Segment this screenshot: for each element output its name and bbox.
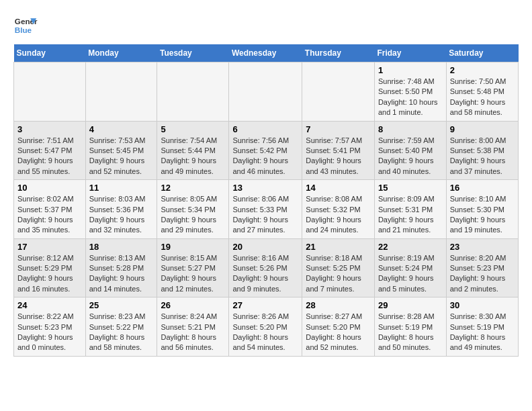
calendar-cell: 13Sunrise: 8:06 AM Sunset: 5:33 PM Dayli… xyxy=(229,180,302,239)
day-of-week-header: Tuesday xyxy=(157,44,229,62)
day-info: Sunrise: 8:03 AM Sunset: 5:36 PM Dayligh… xyxy=(89,194,154,236)
calendar-cell: 30Sunrise: 8:30 AM Sunset: 5:19 PM Dayli… xyxy=(446,298,518,357)
calendar-cell: 6Sunrise: 7:56 AM Sunset: 5:42 PM Daylig… xyxy=(229,121,302,180)
calendar-cell: 10Sunrise: 8:02 AM Sunset: 5:37 PM Dayli… xyxy=(14,180,86,239)
day-number: 24 xyxy=(17,300,82,310)
calendar-cell: 26Sunrise: 8:24 AM Sunset: 5:21 PM Dayli… xyxy=(157,298,229,357)
calendar-cell: 2Sunrise: 7:50 AM Sunset: 5:48 PM Daylig… xyxy=(446,62,518,122)
day-of-week-header: Friday xyxy=(374,44,446,62)
day-info: Sunrise: 7:53 AM Sunset: 5:45 PM Dayligh… xyxy=(89,136,154,177)
calendar-cell: 28Sunrise: 8:27 AM Sunset: 5:20 PM Dayli… xyxy=(302,298,375,357)
day-number: 20 xyxy=(232,242,298,252)
calendar-cell: 29Sunrise: 8:28 AM Sunset: 5:19 PM Dayli… xyxy=(374,298,446,357)
day-info: Sunrise: 8:05 AM Sunset: 5:34 PM Dayligh… xyxy=(161,194,225,236)
day-number: 22 xyxy=(378,242,443,252)
day-of-week-header: Monday xyxy=(85,44,157,62)
calendar-cell: 5Sunrise: 7:54 AM Sunset: 5:44 PM Daylig… xyxy=(157,121,229,180)
calendar-cell: 8Sunrise: 7:59 AM Sunset: 5:40 PM Daylig… xyxy=(374,121,446,180)
day-info: Sunrise: 8:00 AM Sunset: 5:38 PM Dayligh… xyxy=(450,136,515,177)
day-of-week-header: Wednesday xyxy=(229,44,302,62)
day-of-week-header: Saturday xyxy=(446,44,518,62)
day-info: Sunrise: 8:22 AM Sunset: 5:23 PM Dayligh… xyxy=(17,312,82,353)
day-info: Sunrise: 7:50 AM Sunset: 5:48 PM Dayligh… xyxy=(450,77,515,118)
calendar-cell: 15Sunrise: 8:09 AM Sunset: 5:31 PM Dayli… xyxy=(374,180,446,239)
day-number: 30 xyxy=(450,300,515,310)
day-number: 18 xyxy=(89,242,154,252)
page-header: General Blue xyxy=(13,13,519,38)
day-number: 2 xyxy=(450,65,515,75)
day-info: Sunrise: 7:54 AM Sunset: 5:44 PM Dayligh… xyxy=(161,136,225,177)
calendar-cell: 21Sunrise: 8:18 AM Sunset: 5:25 PM Dayli… xyxy=(302,238,375,298)
day-info: Sunrise: 7:59 AM Sunset: 5:40 PM Dayligh… xyxy=(378,136,443,177)
day-number: 16 xyxy=(450,183,515,193)
calendar-cell: 14Sunrise: 8:08 AM Sunset: 5:32 PM Dayli… xyxy=(302,180,375,239)
day-info: Sunrise: 8:16 AM Sunset: 5:26 PM Dayligh… xyxy=(232,253,298,295)
calendar-week-row: 10Sunrise: 8:02 AM Sunset: 5:37 PM Dayli… xyxy=(14,180,519,239)
day-info: Sunrise: 8:02 AM Sunset: 5:37 PM Dayligh… xyxy=(17,194,82,236)
day-info: Sunrise: 8:09 AM Sunset: 5:31 PM Dayligh… xyxy=(378,194,443,236)
day-info: Sunrise: 8:18 AM Sunset: 5:25 PM Dayligh… xyxy=(306,253,371,295)
day-number: 19 xyxy=(161,242,225,252)
day-number: 8 xyxy=(378,124,443,134)
day-info: Sunrise: 8:27 AM Sunset: 5:20 PM Dayligh… xyxy=(306,312,371,353)
day-number: 6 xyxy=(232,124,298,134)
day-number: 28 xyxy=(306,300,371,310)
day-info: Sunrise: 8:24 AM Sunset: 5:21 PM Dayligh… xyxy=(161,312,225,353)
day-number: 5 xyxy=(161,124,225,134)
calendar-week-row: 17Sunrise: 8:12 AM Sunset: 5:29 PM Dayli… xyxy=(14,238,519,298)
day-number: 21 xyxy=(306,242,371,252)
day-number: 17 xyxy=(17,242,82,252)
day-info: Sunrise: 8:30 AM Sunset: 5:19 PM Dayligh… xyxy=(450,312,515,353)
logo-icon: General Blue xyxy=(13,13,38,38)
calendar-week-row: 3Sunrise: 7:51 AM Sunset: 5:47 PM Daylig… xyxy=(14,121,519,180)
calendar-cell: 1Sunrise: 7:48 AM Sunset: 5:50 PM Daylig… xyxy=(374,62,446,122)
calendar-cell: 17Sunrise: 8:12 AM Sunset: 5:29 PM Dayli… xyxy=(14,238,86,298)
calendar-cell: 11Sunrise: 8:03 AM Sunset: 5:36 PM Dayli… xyxy=(85,180,157,239)
day-info: Sunrise: 8:08 AM Sunset: 5:32 PM Dayligh… xyxy=(306,194,371,236)
day-info: Sunrise: 8:15 AM Sunset: 5:27 PM Dayligh… xyxy=(161,253,225,295)
day-number: 29 xyxy=(378,300,443,310)
day-number: 11 xyxy=(89,183,154,193)
day-number: 25 xyxy=(89,300,154,310)
day-of-week-header: Sunday xyxy=(14,44,86,62)
day-info: Sunrise: 8:20 AM Sunset: 5:23 PM Dayligh… xyxy=(450,253,515,295)
day-number: 14 xyxy=(306,183,371,193)
day-info: Sunrise: 7:57 AM Sunset: 5:41 PM Dayligh… xyxy=(306,136,371,177)
logo: General Blue xyxy=(13,13,38,38)
day-number: 26 xyxy=(161,300,225,310)
day-of-week-header: Thursday xyxy=(302,44,375,62)
calendar-cell xyxy=(14,62,86,122)
day-info: Sunrise: 8:13 AM Sunset: 5:28 PM Dayligh… xyxy=(89,253,154,295)
day-number: 10 xyxy=(17,183,82,193)
calendar-cell: 16Sunrise: 8:10 AM Sunset: 5:30 PM Dayli… xyxy=(446,180,518,239)
calendar-cell: 23Sunrise: 8:20 AM Sunset: 5:23 PM Dayli… xyxy=(446,238,518,298)
day-number: 9 xyxy=(450,124,515,134)
calendar-cell: 4Sunrise: 7:53 AM Sunset: 5:45 PM Daylig… xyxy=(85,121,157,180)
calendar-cell xyxy=(229,62,302,122)
day-info: Sunrise: 7:48 AM Sunset: 5:50 PM Dayligh… xyxy=(378,77,443,118)
calendar-cell xyxy=(157,62,229,122)
calendar-week-row: 1Sunrise: 7:48 AM Sunset: 5:50 PM Daylig… xyxy=(14,62,519,122)
calendar-cell: 20Sunrise: 8:16 AM Sunset: 5:26 PM Dayli… xyxy=(229,238,302,298)
day-info: Sunrise: 8:10 AM Sunset: 5:30 PM Dayligh… xyxy=(450,194,515,236)
calendar-cell: 22Sunrise: 8:19 AM Sunset: 5:24 PM Dayli… xyxy=(374,238,446,298)
calendar-cell: 3Sunrise: 7:51 AM Sunset: 5:47 PM Daylig… xyxy=(14,121,86,180)
day-info: Sunrise: 7:51 AM Sunset: 5:47 PM Dayligh… xyxy=(17,136,82,177)
day-info: Sunrise: 8:19 AM Sunset: 5:24 PM Dayligh… xyxy=(378,253,443,295)
calendar-cell xyxy=(302,62,375,122)
day-info: Sunrise: 8:23 AM Sunset: 5:22 PM Dayligh… xyxy=(89,312,154,353)
day-number: 7 xyxy=(306,124,371,134)
calendar-cell: 27Sunrise: 8:26 AM Sunset: 5:20 PM Dayli… xyxy=(229,298,302,357)
calendar-header-row: SundayMondayTuesdayWednesdayThursdayFrid… xyxy=(14,44,519,62)
calendar-cell xyxy=(85,62,157,122)
day-info: Sunrise: 8:06 AM Sunset: 5:33 PM Dayligh… xyxy=(232,194,298,236)
day-info: Sunrise: 7:56 AM Sunset: 5:42 PM Dayligh… xyxy=(232,136,298,177)
svg-text:Blue: Blue xyxy=(15,26,32,34)
day-number: 27 xyxy=(232,300,298,310)
calendar-cell: 7Sunrise: 7:57 AM Sunset: 5:41 PM Daylig… xyxy=(302,121,375,180)
day-number: 23 xyxy=(450,242,515,252)
calendar-cell: 25Sunrise: 8:23 AM Sunset: 5:22 PM Dayli… xyxy=(85,298,157,357)
calendar-table: SundayMondayTuesdayWednesdayThursdayFrid… xyxy=(13,44,519,357)
day-number: 15 xyxy=(378,183,443,193)
calendar-cell: 19Sunrise: 8:15 AM Sunset: 5:27 PM Dayli… xyxy=(157,238,229,298)
